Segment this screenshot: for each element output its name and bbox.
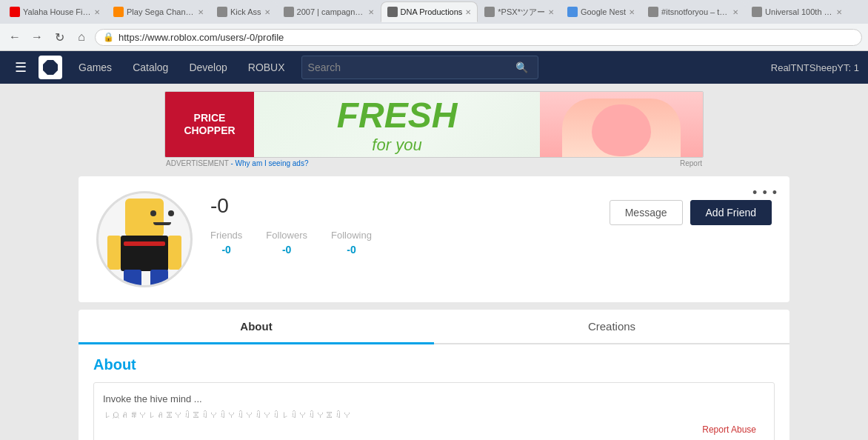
message-button[interactable]: Message (610, 200, 683, 225)
lock-icon: 🔒 (103, 32, 114, 42)
tab-close-1[interactable]: ✕ (94, 8, 100, 16)
nav-link-develop[interactable]: Develop (178, 51, 237, 84)
home-button[interactable]: ⌂ (73, 28, 90, 46)
ad-chopper-label: CHOPPER (184, 124, 235, 137)
ad-price-label: PRICE (184, 112, 235, 124)
tab-label-2: Play Sega Channel D (127, 7, 195, 16)
browser-tab-5[interactable]: DNA Productions ✕ (381, 1, 478, 22)
tab-close-7[interactable]: ✕ (629, 8, 635, 16)
profile-username: -0 (210, 194, 592, 218)
followers-count: -0 (282, 244, 291, 256)
tabs-section: About Creations About Invoke the hive mi… (79, 310, 789, 440)
ad-logo-text: PRICE CHOPPER (184, 112, 235, 137)
about-heading: About (93, 356, 775, 373)
roblox-logo[interactable] (39, 56, 62, 79)
profile-more-button[interactable]: • • • (752, 185, 778, 201)
ad-foryou-text: for you (337, 136, 458, 155)
stat-following: Following -0 (331, 230, 372, 256)
browser-tab-1[interactable]: Yalaha House Fire - ✕ (3, 1, 107, 22)
avatar-eye-left (150, 210, 156, 216)
tab-close-6[interactable]: ✕ (548, 8, 554, 16)
hamburger-menu-button[interactable]: ☰ (9, 59, 33, 76)
about-description-box: Invoke the hive mind ... ꒒ꆰꋬꁄꌩ꒒ꋬꇻꌩꆸꇻꆸꌩꆸꌩ… (93, 382, 775, 440)
stat-followers: Followers -0 (266, 230, 307, 256)
ad-logo-section: PRICE CHOPPER (165, 91, 254, 158)
profile-actions: Message Add Friend (610, 200, 772, 225)
browser-tab-8[interactable]: #itsnotforyou – the l ✕ (641, 1, 745, 22)
tab-close-5[interactable]: ✕ (465, 8, 471, 16)
about-description-text: Invoke the hive mind ... (103, 392, 765, 407)
browser-toolbar: ← → ↻ ⌂ 🔒 https://www.roblox.com/users/-… (0, 24, 868, 50)
tabs-header: About Creations (79, 310, 789, 344)
tab-favicon-5 (387, 7, 398, 17)
tab-close-9[interactable]: ✕ (836, 8, 842, 16)
friends-count: -0 (221, 244, 230, 256)
search-input[interactable] (308, 61, 515, 73)
tab-content-about: About Invoke the hive mind ... ꒒ꆰꋬꁄꌩ꒒ꋬꇻꌩ… (79, 344, 789, 440)
ad-banner: PRICE CHOPPER FRESH for you (164, 91, 704, 158)
browser-tabs-bar: Yalaha House Fire - ✕ Play Sega Channel … (0, 0, 868, 24)
nav-link-games[interactable]: Games (68, 51, 122, 84)
tab-label-9: Universal 100th | Ce (765, 7, 833, 16)
reload-button[interactable]: ↻ (50, 28, 68, 46)
add-friend-button[interactable]: Add Friend (690, 200, 772, 225)
tab-close-4[interactable]: ✕ (368, 8, 374, 16)
tab-favicon-9 (752, 7, 762, 17)
ad-why-link[interactable]: - Why am I seeing ads? (230, 159, 308, 167)
profile-header: -0 Friends -0 Followers -0 Following -0 (96, 191, 772, 287)
browser-tab-9[interactable]: Universal 100th | Ce ✕ (745, 1, 849, 22)
tab-close-3[interactable]: ✕ (264, 8, 270, 16)
back-button[interactable]: ← (6, 28, 24, 46)
tab-favicon-6 (484, 7, 495, 17)
ad-report-link[interactable]: Report (680, 159, 702, 167)
tab-favicon-2 (113, 7, 124, 17)
tab-label-8: #itsnotforyou – the l (661, 7, 730, 16)
browser-tab-4[interactable]: 2007 | campagne | H ✕ (277, 1, 381, 22)
avatar-shirt-accent (124, 241, 165, 246)
avatar-eye-right (168, 210, 174, 216)
browser-tab-3[interactable]: Kick Ass ✕ (210, 1, 277, 22)
tab-favicon-4 (284, 7, 294, 17)
tab-close-8[interactable]: ✕ (732, 8, 738, 16)
followers-label: Followers (266, 230, 307, 241)
tab-label-7: Google Nest (581, 7, 626, 16)
tab-favicon-8 (648, 7, 658, 17)
nav-link-robux[interactable]: ROBUX (238, 51, 296, 84)
tab-favicon-7 (567, 7, 578, 17)
avatar-leg-left (124, 270, 141, 287)
tab-label-5: DNA Productions (401, 7, 463, 16)
stat-friends: Friends -0 (210, 230, 242, 256)
avatar-arm-left (107, 236, 121, 270)
browser-tab-2[interactable]: Play Sega Channel D ✕ (107, 1, 210, 22)
tab-creations[interactable]: Creations (434, 310, 789, 343)
ad-container: PRICE CHOPPER FRESH for you ADVERTISEMEN… (0, 84, 868, 170)
ad-center-section: FRESH for you (254, 95, 540, 155)
avatar-leg-right (150, 270, 168, 287)
avatar-figure (107, 199, 181, 280)
browser-tab-6[interactable]: *PSX*ツアー ✕ (478, 1, 561, 22)
ad-advertisement-label: ADVERTISEMENT - Why am I seeing ads? (166, 159, 308, 167)
tab-close-2[interactable]: ✕ (198, 8, 204, 16)
ad-label-text: ADVERTISEMENT (166, 159, 229, 167)
address-bar[interactable]: 🔒 https://www.roblox.com/users/-0/profil… (95, 29, 862, 46)
nav-link-catalog[interactable]: Catalog (122, 51, 178, 84)
about-glitch-text: ꒒ꆰꋬꁄꌩ꒒ꋬꇻꌩꆸꇻꆸꌩꆸꌩꆸꌩꆸꌩꆸ꒒ꆸꌩꆸꌩꇻꆸꌩ (103, 410, 765, 420)
following-label: Following (331, 230, 372, 241)
avatar-head (125, 199, 164, 237)
report-abuse-link[interactable]: Report Abuse (702, 424, 756, 435)
tab-about[interactable]: About (79, 310, 434, 343)
search-icon: 🔍 (515, 61, 528, 73)
avatar-arm-right (168, 236, 181, 270)
tab-label-4: 2007 | campagne | H (297, 7, 365, 16)
forward-button[interactable]: → (28, 28, 46, 46)
tab-favicon-1 (10, 7, 20, 17)
browser-tab-7[interactable]: Google Nest ✕ (561, 1, 641, 22)
avatar-mouth (153, 222, 171, 225)
page-content: PRICE CHOPPER FRESH for you ADVERTISEMEN… (0, 84, 868, 440)
profile-stats: Friends -0 Followers -0 Following -0 (210, 230, 592, 256)
roblox-navbar: ☰ Games Catalog Develop ROBUX 🔍 RealTNTS… (0, 51, 868, 84)
address-text: https://www.roblox.com/users/-0/profile (118, 32, 854, 43)
tab-label-3: Kick Ass (230, 7, 261, 16)
avatar-face (149, 210, 176, 225)
ad-fresh-text: FRESH (337, 95, 458, 136)
